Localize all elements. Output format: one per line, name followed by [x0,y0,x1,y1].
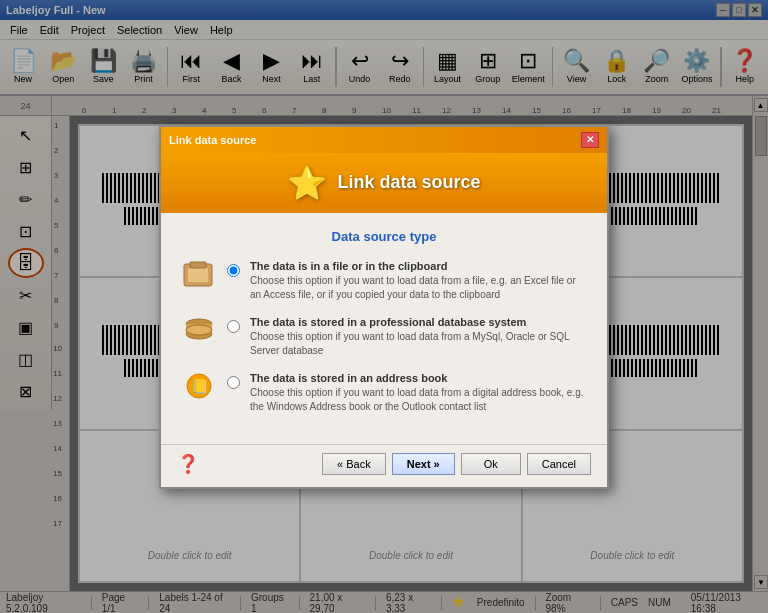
option-3-desc: Choose this option if you want to load d… [250,386,587,414]
modal-section-title: Data source type [181,229,587,244]
option-1-radio[interactable] [227,264,240,277]
option-1-icon [181,260,217,288]
modal-overlay: Link data source ✕ ⭐ Link data source Da… [0,0,768,613]
modal-close-button[interactable]: ✕ [581,132,599,148]
option-1-title: The data is in a file or in the clipboar… [250,260,587,272]
option-2-desc: Choose this option if you want to load d… [250,330,587,358]
modal-back-button[interactable]: « Back [322,453,386,475]
modal-titlebar: Link data source ✕ [161,127,607,153]
svg-rect-1 [188,268,208,282]
modal-header-icon: ⭐ [287,164,327,202]
modal-ok-button[interactable]: Ok [461,453,521,475]
option-1-text: The data is in a file or in the clipboar… [250,260,587,302]
option-2-text: The data is stored in a professional dat… [250,316,587,358]
modal-body: Data source type The data is in a file o… [161,213,607,444]
link-datasource-dialog: Link data source ✕ ⭐ Link data source Da… [159,125,609,489]
option-2-title: The data is stored in a professional dat… [250,316,587,328]
modal-button-group: « Back Next » Ok Cancel [322,453,591,475]
option-3-radio[interactable] [227,376,240,389]
option-3-title: The data is stored in an address book [250,372,587,384]
option-1-desc: Choose this option if you want to load d… [250,274,587,302]
modal-header: ⭐ Link data source [161,153,607,213]
modal-header-title: Link data source [337,172,480,193]
option-2-icon [181,316,217,344]
option-2-radio[interactable] [227,320,240,333]
modal-help-button[interactable]: ❓ [177,453,199,475]
option-3-text: The data is stored in an address book Ch… [250,372,587,414]
svg-point-7 [186,325,212,335]
svg-text:📒: 📒 [191,378,209,395]
modal-next-button[interactable]: Next » [392,453,455,475]
modal-cancel-button[interactable]: Cancel [527,453,591,475]
option-row-3: 📒 The data is stored in an address book … [181,372,587,414]
modal-title: Link data source [169,134,256,146]
option-row-1: The data is in a file or in the clipboar… [181,260,587,302]
svg-rect-2 [190,262,206,268]
option-row-2: The data is stored in a professional dat… [181,316,587,358]
modal-footer: ❓ « Back Next » Ok Cancel [161,444,607,487]
option-3-icon: 📒 [181,372,217,400]
